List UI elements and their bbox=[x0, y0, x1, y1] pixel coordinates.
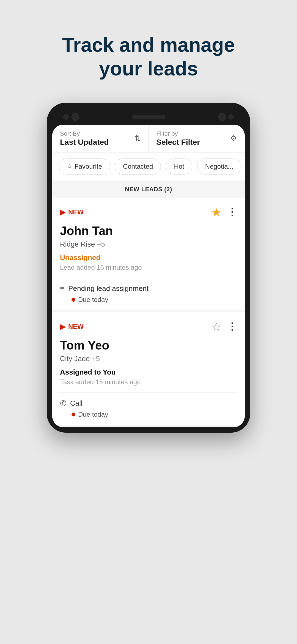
camera-dot-1 bbox=[63, 114, 69, 120]
sort-label: Sort By bbox=[60, 130, 109, 137]
due-dot-1 bbox=[72, 298, 75, 302]
lead-card-2[interactable]: ▶ NEW ☆ ⋮ Tom Yeo City Jade +5 Assigned … bbox=[52, 312, 245, 427]
due-dot-2 bbox=[72, 413, 75, 416]
phone-frame: Sort By Last Updated ⇅ Filter by Select … bbox=[47, 103, 250, 433]
lead-1-time: Lead added 15 minutes ago bbox=[60, 264, 237, 271]
lead-card-2-top: ▶ NEW ☆ ⋮ bbox=[60, 320, 237, 334]
lead-2-badge-label: NEW bbox=[68, 323, 84, 331]
task-phone-icon: ✆ bbox=[60, 399, 66, 408]
camera-right bbox=[218, 113, 234, 121]
lead-1-actions: ★ ⋮ bbox=[211, 206, 237, 219]
lead-2-task: ✆ Call Due today bbox=[60, 392, 237, 425]
tags-row: ☆ Favourite Contacted Hot Negotia... bbox=[52, 152, 245, 181]
page-title: Track and manage your leads bbox=[46, 33, 251, 81]
lead-2-task-due: Due today bbox=[60, 411, 237, 418]
lead-1-task: ≡ Pending lead assignment Due today bbox=[60, 278, 237, 310]
filter-label-group: Filter by Select Filter bbox=[156, 130, 200, 147]
lead-2-actions: ☆ ⋮ bbox=[211, 320, 237, 334]
lead-2-more-button[interactable]: ⋮ bbox=[227, 321, 237, 332]
new-leads-header: NEW LEADS (2) bbox=[52, 181, 245, 198]
tag-contacted-label: Contacted bbox=[123, 163, 153, 170]
speaker bbox=[132, 115, 165, 119]
phone-screen: Sort By Last Updated ⇅ Filter by Select … bbox=[52, 125, 245, 427]
tag-hot-label: Hot bbox=[174, 163, 184, 170]
tag-negotiating[interactable]: Negotia... bbox=[197, 159, 241, 174]
sort-section[interactable]: Sort By Last Updated ⇅ bbox=[52, 125, 149, 152]
task-list-icon: ≡ bbox=[60, 284, 64, 293]
phone-top-bar bbox=[52, 108, 245, 125]
badge-chevron-icon-1: ▶ bbox=[60, 208, 65, 217]
filter-section[interactable]: Filter by Select Filter ⚙ bbox=[149, 125, 245, 152]
sort-filter-bar: Sort By Last Updated ⇅ Filter by Select … bbox=[52, 125, 245, 152]
lead-1-name: John Tan bbox=[60, 224, 237, 238]
lead-2-assignment: Assigned to You bbox=[60, 368, 237, 376]
lead-1-project: Ridge Rise +5 bbox=[60, 240, 237, 249]
camera-dot-2 bbox=[72, 113, 79, 121]
filter-value: Select Filter bbox=[156, 138, 200, 147]
lead-2-task-title: ✆ Call bbox=[60, 399, 237, 408]
tag-contacted[interactable]: Contacted bbox=[115, 159, 161, 174]
lead-1-badge: ▶ NEW bbox=[60, 208, 84, 217]
sort-updown-icon: ⇅ bbox=[134, 134, 141, 143]
lead-2-project: City Jade +5 bbox=[60, 354, 237, 363]
favourite-star-icon: ☆ bbox=[67, 163, 72, 170]
camera-dot-3 bbox=[218, 113, 226, 121]
lead-2-name: Tom Yeo bbox=[60, 339, 237, 352]
tag-negotiating-label: Negotia... bbox=[205, 163, 233, 170]
tag-favourite[interactable]: ☆ Favourite bbox=[59, 159, 110, 174]
camera-left bbox=[63, 113, 79, 121]
lead-1-star-button[interactable]: ★ bbox=[211, 206, 222, 219]
lead-2-star-button[interactable]: ☆ bbox=[211, 320, 222, 334]
lead-card-1-top: ▶ NEW ★ ⋮ bbox=[60, 206, 237, 219]
lead-1-task-title: ≡ Pending lead assignment bbox=[60, 284, 237, 293]
lead-card-1[interactable]: ▶ NEW ★ ⋮ John Tan Ridge Rise +5 Unassig… bbox=[52, 198, 245, 312]
lead-2-time: Task added 15 minutes ago bbox=[60, 378, 237, 386]
tag-favourite-label: Favourite bbox=[75, 163, 102, 170]
filter-label: Filter by bbox=[156, 130, 200, 137]
sort-label-group: Sort By Last Updated bbox=[60, 130, 109, 147]
lead-1-assignment: Unassigned bbox=[60, 253, 237, 262]
camera-dot-4 bbox=[228, 114, 234, 120]
lead-1-task-due: Due today bbox=[60, 296, 237, 304]
lead-2-badge: ▶ NEW bbox=[60, 323, 84, 331]
lead-1-badge-label: NEW bbox=[68, 208, 84, 216]
lead-1-more-button[interactable]: ⋮ bbox=[227, 206, 237, 218]
filter-sliders-icon: ⚙ bbox=[230, 134, 237, 143]
sort-value: Last Updated bbox=[60, 138, 109, 147]
tag-hot[interactable]: Hot bbox=[166, 159, 192, 174]
badge-chevron-icon-2: ▶ bbox=[60, 323, 65, 331]
